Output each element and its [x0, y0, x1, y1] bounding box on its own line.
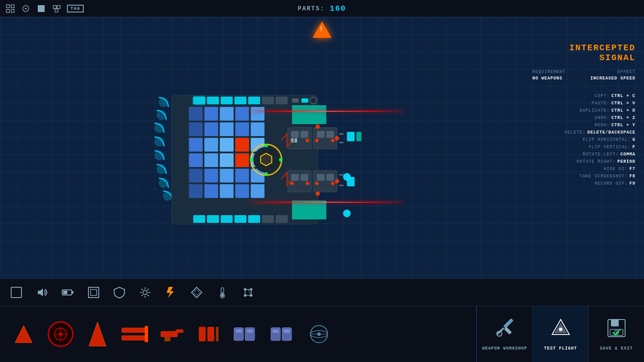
- weapon-slot-2[interactable]: [46, 319, 76, 349]
- svg-rect-155: [236, 329, 242, 333]
- weapon-slot-6[interactable]: [193, 319, 223, 349]
- shield-icon[interactable]: [112, 285, 127, 300]
- special-icon[interactable]: [189, 285, 204, 300]
- svg-rect-35: [189, 169, 203, 183]
- shortcut-flip-h: FLIP HORIZONTAL: G: [532, 137, 635, 142]
- svg-point-119: [143, 290, 147, 295]
- svg-point-83: [290, 182, 294, 185]
- svg-rect-147: [161, 331, 178, 337]
- svg-point-106: [316, 125, 320, 129]
- weapon-slot-9[interactable]: [304, 319, 334, 349]
- svg-rect-81: [291, 174, 299, 181]
- svg-rect-77: [326, 131, 334, 138]
- parts-count: 160: [330, 4, 346, 13]
- svg-rect-126: [222, 292, 223, 295]
- svg-rect-54: [235, 184, 249, 198]
- svg-rect-115: [72, 291, 73, 294]
- svg-rect-160: [284, 329, 290, 333]
- circle-icon[interactable]: [21, 3, 31, 14]
- svg-rect-96: [193, 215, 205, 223]
- svg-rect-98: [221, 215, 233, 223]
- layers-icon[interactable]: [52, 3, 62, 14]
- svg-rect-37: [204, 107, 218, 121]
- svg-rect-75: [313, 128, 337, 149]
- svg-rect-49: [235, 107, 249, 121]
- shortcuts-panel: INTERCEPTED SIGNAL REQUIREMENT EFFECT NO…: [524, 17, 644, 195]
- tag-label[interactable]: TAG: [67, 5, 84, 12]
- grid-icon[interactable]: [5, 3, 15, 14]
- svg-rect-97: [207, 215, 219, 223]
- boost-icon[interactable]: [163, 285, 179, 300]
- svg-rect-143: [122, 328, 147, 333]
- effect-label: EFFECT: [617, 70, 635, 74]
- svg-rect-95: [356, 132, 361, 141]
- test-flight-label: TEST FLIGHT: [544, 346, 577, 351]
- settings-icon[interactable]: [137, 285, 153, 300]
- svg-rect-156: [247, 329, 253, 333]
- temperature-icon[interactable]: [215, 285, 230, 300]
- parts-display: PARTS: 160: [298, 4, 346, 13]
- svg-rect-3: [11, 9, 14, 12]
- hull-icon[interactable]: [9, 285, 24, 300]
- bottom-toolbar: [0, 278, 644, 306]
- test-flight-icon: [550, 317, 571, 344]
- svg-rect-112: [11, 287, 21, 298]
- frame-icon[interactable]: [86, 285, 101, 300]
- svg-rect-111: [347, 177, 355, 186]
- svg-rect-24: [262, 97, 274, 104]
- sound-icon[interactable]: [34, 285, 50, 300]
- weapon-slot-5[interactable]: [156, 319, 186, 349]
- svg-rect-22: [234, 97, 246, 104]
- svg-rect-6: [38, 5, 45, 12]
- svg-rect-117: [88, 287, 99, 298]
- svg-rect-31: [189, 107, 203, 121]
- weapon-workshop-icon: [494, 317, 516, 344]
- weapon-slot-8[interactable]: [267, 319, 297, 349]
- ship-canvas[interactable]: [0, 17, 524, 306]
- svg-rect-70: [301, 131, 308, 138]
- battery-icon[interactable]: [60, 285, 76, 300]
- square-filled-icon[interactable]: [36, 3, 46, 14]
- svg-rect-150: [199, 327, 206, 341]
- shortcut-rotate-left: ROTATE LEFT: COMMA: [532, 152, 635, 157]
- svg-rect-40: [204, 153, 218, 167]
- weapon-slot-3[interactable]: [82, 319, 112, 349]
- svg-rect-38: [204, 122, 218, 136]
- shortcut-rotate-right: ROTATE RIGHT: PERIOD: [532, 159, 635, 164]
- action-buttons: WEAPON WORKSHOP TEST FLIGHT: [477, 306, 644, 362]
- svg-rect-87: [326, 174, 334, 181]
- svg-rect-85: [313, 170, 337, 192]
- svg-rect-42: [204, 184, 218, 198]
- svg-rect-29: [292, 105, 326, 115]
- svg-rect-47: [220, 169, 234, 183]
- svg-rect-33: [189, 138, 203, 152]
- svg-rect-23: [248, 97, 260, 104]
- parts-label: PARTS:: [298, 5, 325, 12]
- save-exit-button[interactable]: SAVE & EXIT: [588, 306, 644, 362]
- svg-marker-121: [191, 287, 202, 298]
- svg-rect-27: [301, 98, 308, 103]
- svg-marker-141: [89, 322, 106, 346]
- weapon-slot-4[interactable]: [119, 319, 149, 349]
- svg-rect-56: [251, 122, 264, 136]
- save-exit-label: SAVE & EXIT: [600, 346, 633, 351]
- shortcut-list: COPY: CTRL + C PASTE: CTRL + V DUPLICATE…: [532, 94, 635, 186]
- svg-rect-149: [164, 337, 170, 341]
- requirement-value: NO WEAPONS: [532, 76, 562, 81]
- svg-rect-152: [216, 327, 219, 341]
- svg-rect-69: [291, 131, 299, 138]
- test-flight-button[interactable]: TEST FLIGHT: [532, 306, 588, 362]
- weapon-slot-7[interactable]: [230, 319, 260, 349]
- svg-point-109: [335, 179, 339, 183]
- svg-rect-146: [145, 334, 148, 342]
- svg-point-110: [343, 210, 351, 217]
- effect-value: INCREASED SPEED: [590, 76, 635, 81]
- save-exit-icon: [606, 317, 627, 344]
- connections-icon[interactable]: [240, 285, 256, 300]
- svg-marker-122: [194, 289, 200, 295]
- svg-point-107: [316, 192, 320, 196]
- weapon-slot-1[interactable]: [9, 319, 39, 349]
- svg-rect-55: [251, 107, 264, 121]
- svg-rect-30: [292, 115, 326, 124]
- weapon-workshop-button[interactable]: WEAPON WORKSHOP: [477, 306, 532, 362]
